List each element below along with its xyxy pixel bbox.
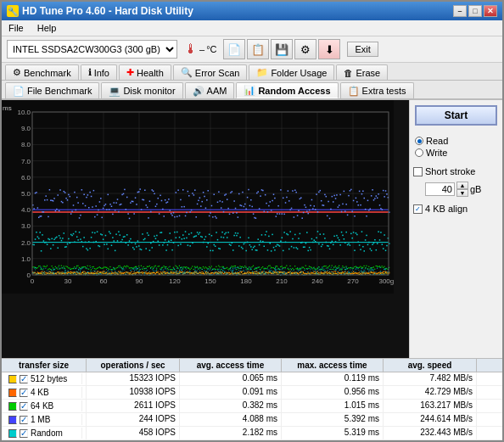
tab-error-scan-label: Error Scan <box>195 68 240 78</box>
tab-disk-monitor-label: Disk monitor <box>123 86 175 96</box>
align-check-row[interactable]: ✓ 4 KB align <box>413 204 499 214</box>
tab-random-access[interactable]: 📊 Random Access <box>236 82 338 98</box>
drive-dropdown[interactable]: INTEL SSDSA2CW300G3 (300 gB) <box>7 40 177 59</box>
temperature-display: 🌡 – °C <box>184 42 216 57</box>
row-label-2: ✓ 64 KB <box>2 400 87 412</box>
gb-spinner-row: ▲ ▼ gB <box>425 182 499 197</box>
disk-monitor-icon: 💻 <box>109 86 120 97</box>
maximize-button[interactable]: □ <box>468 5 482 17</box>
row-check-2[interactable]: ✓ <box>20 402 28 411</box>
row-label-3: ✓ 1 MB <box>2 413 87 426</box>
row-check-4[interactable]: ✓ <box>20 429 28 438</box>
row-ops-3: 244 IOPS <box>87 413 180 426</box>
window-controls: – □ ✕ <box>453 5 497 17</box>
read-radio-item[interactable]: Read <box>415 136 497 146</box>
tab-health-label: Health <box>137 68 164 78</box>
row-color-1 <box>8 389 17 397</box>
table-row: ✓ 512 bytes 15323 IOPS 0.065 ms 0.119 ms… <box>2 372 502 386</box>
toolbar-icon-1[interactable]: 📄 <box>223 39 245 59</box>
gb-spinner-up[interactable]: ▲ <box>456 182 468 189</box>
row-color-3 <box>8 416 17 424</box>
row-name-4: Random <box>31 428 63 438</box>
folder-icon: 📁 <box>256 67 268 78</box>
health-icon: ✚ <box>126 67 134 78</box>
tab-bar-bottom: 📄 File Benchmark 💻 Disk monitor 🔊 AAM 📊 … <box>2 81 502 100</box>
tab-erase[interactable]: 🗑 Erase <box>336 64 388 80</box>
toolbar-icon-4[interactable]: ⚙ <box>294 39 316 59</box>
tab-erase-label: Erase <box>356 68 380 78</box>
row-avg-speed-1: 42.729 MB/s <box>384 386 477 399</box>
row-name-3: 1 MB <box>31 415 50 424</box>
start-button[interactable]: Start <box>415 105 497 126</box>
gb-spinner-down[interactable]: ▼ <box>456 189 468 197</box>
menu-file[interactable]: File <box>5 22 27 34</box>
gb-spinner-input[interactable] <box>425 182 455 196</box>
tab-file-benchmark-label: File Benchmark <box>27 86 92 96</box>
tab-extra-tests-label: Extra tests <box>362 86 406 96</box>
row-avg-access-2: 0.382 ms <box>180 400 282 412</box>
align-label: 4 KB align <box>425 204 468 214</box>
toolbar-icon-2[interactable]: 📋 <box>247 39 269 59</box>
align-checkbox[interactable]: ✓ <box>413 204 423 214</box>
menu-bar: File Help <box>2 20 502 36</box>
main-window: 🔧 HD Tune Pro 4.60 - Hard Disk Utility –… <box>0 0 504 442</box>
exit-button[interactable]: Exit <box>347 42 378 57</box>
toolbar-icon-5[interactable]: ⬇ <box>318 39 340 59</box>
temp-value: – <box>199 44 204 54</box>
row-label-0: ✓ 512 bytes <box>2 372 87 385</box>
write-radio[interactable] <box>415 148 423 157</box>
temp-unit: °C <box>206 44 216 54</box>
row-avg-speed-0: 7.482 MB/s <box>384 372 477 385</box>
tab-aam[interactable]: 🔊 AAM <box>185 82 235 98</box>
tab-info[interactable]: ℹ Info <box>81 64 117 80</box>
table-body: ✓ 512 bytes 15323 IOPS 0.065 ms 0.119 ms… <box>2 372 502 440</box>
row-avg-access-3: 4.088 ms <box>180 413 282 426</box>
tab-folder-label: Folder Usage <box>271 68 327 78</box>
tab-disk-monitor[interactable]: 💻 Disk monitor <box>101 82 182 98</box>
tab-folder-usage[interactable]: 📁 Folder Usage <box>249 64 334 80</box>
toolbar-icons: 📄 📋 💾 ⚙ ⬇ <box>223 39 340 59</box>
random-access-icon: 📊 <box>244 85 255 96</box>
row-color-0 <box>8 375 17 383</box>
row-color-2 <box>8 402 17 411</box>
col-transfer-size: transfer size <box>2 359 87 372</box>
col-ops: operations / sec <box>87 359 180 372</box>
col-max-access: max. access time <box>282 359 384 372</box>
row-check-1[interactable]: ✓ <box>20 389 28 397</box>
write-radio-item[interactable]: Write <box>415 148 497 158</box>
read-radio[interactable] <box>415 137 423 145</box>
close-button[interactable]: ✕ <box>484 5 497 17</box>
table-header: transfer size operations / sec avg. acce… <box>2 359 502 372</box>
file-benchmark-icon: 📄 <box>13 86 25 97</box>
data-table: transfer size operations / sec avg. acce… <box>2 358 502 440</box>
short-stroke-item[interactable]: Short stroke <box>413 166 499 176</box>
tab-aam-label: AAM <box>207 86 227 96</box>
row-ops-1: 10938 IOPS <box>87 386 180 399</box>
row-max-access-4: 5.319 ms <box>282 427 384 439</box>
col-avg-speed: avg. speed <box>384 359 477 372</box>
row-check-3[interactable]: ✓ <box>20 416 28 424</box>
tab-random-access-label: Random Access <box>258 86 330 96</box>
tab-benchmark[interactable]: ⚙ Benchmark <box>5 64 79 80</box>
short-stroke-checkbox[interactable] <box>413 167 423 176</box>
read-label: Read <box>426 136 448 146</box>
row-check-0[interactable]: ✓ <box>20 375 28 383</box>
tab-file-benchmark[interactable]: 📄 File Benchmark <box>5 82 99 98</box>
row-name-2: 64 KB <box>31 401 53 411</box>
title-bar: 🔧 HD Tune Pro 4.60 - Hard Disk Utility –… <box>2 2 502 20</box>
tab-extra-tests[interactable]: 📋 Extra tests <box>340 82 414 98</box>
tab-error-scan[interactable]: 🔍 Error Scan <box>173 64 248 80</box>
col-avg-access: avg. access time <box>180 359 282 372</box>
minimize-button[interactable]: – <box>453 5 467 17</box>
aam-icon: 🔊 <box>193 86 204 97</box>
tab-info-label: Info <box>94 68 109 78</box>
error-scan-icon: 🔍 <box>181 67 193 78</box>
table-row: ✓ 4 KB 10938 IOPS 0.091 ms 0.956 ms 42.7… <box>2 386 502 400</box>
menu-help[interactable]: Help <box>34 22 60 34</box>
tab-benchmark-label: Benchmark <box>24 68 71 78</box>
tab-health[interactable]: ✚ Health <box>119 64 171 80</box>
app-icon: 🔧 <box>7 5 19 17</box>
row-label-1: ✓ 4 KB <box>2 386 87 399</box>
row-ops-4: 458 IOPS <box>87 427 180 439</box>
toolbar-icon-3[interactable]: 💾 <box>271 39 293 59</box>
